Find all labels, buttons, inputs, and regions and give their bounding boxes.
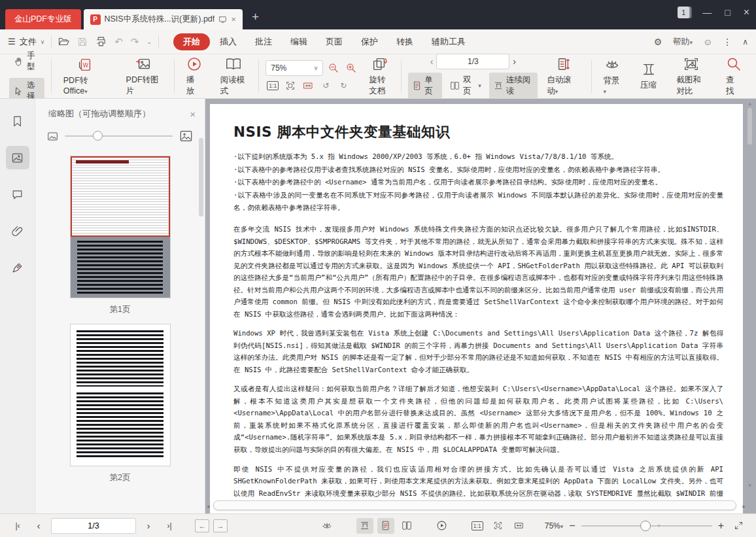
tab-edit[interactable]: 编辑 xyxy=(282,33,316,50)
open-file-button[interactable] xyxy=(58,36,69,47)
maximize-button[interactable]: □ xyxy=(725,7,730,18)
feedback-smiley-icon[interactable]: ☺ xyxy=(703,37,712,47)
tab-annotate[interactable]: 批注 xyxy=(247,33,281,50)
next-page-button[interactable]: › xyxy=(513,56,516,67)
prev-page-button[interactable]: ‹ xyxy=(430,56,434,67)
scroll-right-icon[interactable]: ▸ xyxy=(742,503,746,510)
zoom-out-button[interactable]: − xyxy=(569,520,575,532)
zoom-out-button[interactable] xyxy=(326,61,341,75)
tab-convert[interactable]: 转换 xyxy=(388,33,422,50)
single-page-icon xyxy=(413,81,421,90)
tab-insert[interactable]: 插入 xyxy=(211,33,245,50)
pdf-page[interactable]: NSIS 脚本中文件夹变量基础知识 ·以下提到的系统版本为 5.x 指 Wind… xyxy=(210,104,743,513)
play-button[interactable]: 播放 xyxy=(181,55,207,98)
panel-close-icon[interactable]: × xyxy=(190,109,196,120)
page-number-input[interactable] xyxy=(436,54,509,69)
more-options-icon[interactable]: ⋮ xyxy=(723,37,732,47)
collapse-ribbon-icon[interactable]: ∧ xyxy=(742,37,748,46)
page-thumbnail-2[interactable] xyxy=(71,324,170,466)
print-button[interactable] xyxy=(95,36,107,47)
brand-tab[interactable]: 金山PDF专业版 xyxy=(5,9,81,29)
vertical-scrollbar[interactable]: ▴ ▾ xyxy=(746,100,754,489)
fit-page-button[interactable] xyxy=(490,518,507,534)
thumbnails-panel-button[interactable] xyxy=(6,146,29,169)
page-number-input[interactable] xyxy=(51,518,136,534)
eye-icon xyxy=(604,57,621,73)
cast-window-icon[interactable] xyxy=(218,15,227,24)
tab-home[interactable]: 开始 xyxy=(173,33,210,50)
single-page-mode-button[interactable]: 单页 xyxy=(408,73,442,99)
signature-panel-button[interactable] xyxy=(6,256,29,279)
tab-protect[interactable]: 保护 xyxy=(352,33,387,50)
title-bar: 金山PDF专业版 P NSIS中系统特殊...识(更新).pdf × + 1 —… xyxy=(0,0,756,29)
first-page-button[interactable]: |‹ xyxy=(9,518,26,534)
read-mode-button[interactable]: 阅读模式 xyxy=(215,55,252,98)
pdf-to-office-button[interactable]: W PDF转Office▾ xyxy=(58,56,112,97)
background-eye-button[interactable] xyxy=(318,518,335,534)
tab-tools[interactable]: 辅助工具 xyxy=(423,33,474,50)
zoom-slider[interactable]: + xyxy=(581,525,712,527)
window-count-badge[interactable]: 1 xyxy=(678,7,689,18)
file-menu[interactable]: ☰ 文件 ∨ xyxy=(8,36,44,48)
slider-thumb[interactable] xyxy=(93,131,103,141)
double-page-label: 双页 xyxy=(463,75,475,97)
zoom-slider-thumb[interactable] xyxy=(640,521,651,531)
horizontal-scrollbar[interactable] xyxy=(213,500,736,510)
document-viewer[interactable]: NSIS 脚本中文件夹变量基础知识 ·以下提到的系统版本为 5.x 指 Wind… xyxy=(205,99,756,513)
actual-size-button[interactable]: 1:1 xyxy=(469,518,486,534)
bookmarks-panel-button[interactable] xyxy=(6,109,29,133)
pdf-to-image-button[interactable]: PDF转图片 xyxy=(121,55,167,98)
screenshot-compare-button[interactable]: 截图和对比 xyxy=(672,55,712,98)
continuous-mode-button[interactable]: 连续阅读 xyxy=(489,73,538,99)
fullscreen-button[interactable] xyxy=(730,518,747,534)
double-page-mode-button[interactable] xyxy=(398,518,415,534)
redo-button[interactable]: ↷ xyxy=(131,36,139,48)
close-button[interactable]: × xyxy=(744,7,749,18)
settings-gear-icon[interactable]: ⚙ xyxy=(654,37,662,47)
zoom-in-button[interactable]: + xyxy=(718,520,724,532)
scroll-down-icon[interactable]: ▾ xyxy=(746,482,754,489)
continuous-mode-button[interactable] xyxy=(356,518,373,534)
attachments-panel-button[interactable] xyxy=(6,219,29,243)
zoom-level-dropdown[interactable]: 75%▾ xyxy=(545,521,564,530)
actual-size-button[interactable]: 1:1 xyxy=(266,79,280,92)
auto-scroll-button[interactable]: 自动滚动▾ xyxy=(541,55,584,98)
quickbar-dropdown-icon[interactable]: ⌄ xyxy=(146,39,152,45)
zoom-in-button[interactable] xyxy=(344,61,358,75)
comments-panel-button[interactable] xyxy=(6,182,29,206)
tab-close-icon[interactable]: × xyxy=(231,14,236,24)
rotate-left-button[interactable]: ↺ xyxy=(318,79,333,92)
help-menu[interactable]: 帮助▾ xyxy=(672,36,693,48)
fit-width-button[interactable] xyxy=(301,79,315,92)
background-button[interactable]: 背景▾ xyxy=(598,56,626,97)
tab-page[interactable]: 页面 xyxy=(317,33,351,50)
view-forward-button[interactable]: → xyxy=(213,519,228,532)
rotate-right-button[interactable]: ↻ xyxy=(336,79,351,92)
compress-button[interactable]: 压缩 xyxy=(635,60,662,92)
undo-button[interactable]: ↶ xyxy=(114,36,123,48)
fit-page-button[interactable] xyxy=(283,79,298,92)
double-page-mode-button[interactable]: 双页 ▾ xyxy=(445,73,486,99)
next-page-button[interactable]: › xyxy=(140,518,157,534)
new-tab-button[interactable]: + xyxy=(252,10,259,24)
scrollbar-thumb[interactable] xyxy=(747,108,752,145)
fit-width-button[interactable] xyxy=(511,518,528,534)
prev-page-button[interactable]: ‹ xyxy=(30,518,47,534)
rotate-document-button[interactable]: 旋转文档 xyxy=(364,55,394,98)
document-tab[interactable]: P NSIS中系统特殊...识(更新).pdf × xyxy=(84,9,243,29)
play-button[interactable] xyxy=(434,518,451,534)
panel-scrollbar[interactable] xyxy=(199,138,203,217)
view-back-button[interactable]: ← xyxy=(195,519,209,532)
scroll-left-icon[interactable]: ◂ xyxy=(207,503,210,510)
zoom-level-dropdown[interactable]: 75% ∨ xyxy=(266,60,323,76)
hand-tool-button[interactable]: 手型 xyxy=(9,48,44,75)
save-button[interactable] xyxy=(77,37,88,47)
single-page-mode-button[interactable] xyxy=(377,518,394,534)
find-button[interactable]: 查找 xyxy=(721,55,747,98)
thumbnail-size-slider[interactable] xyxy=(65,135,173,137)
last-page-button[interactable]: ›| xyxy=(161,518,178,534)
minimize-button[interactable]: — xyxy=(702,7,712,18)
page-thumbnail-1[interactable] xyxy=(71,156,170,298)
viewport-indicator[interactable] xyxy=(71,156,170,237)
scroll-up-icon[interactable]: ▴ xyxy=(746,100,754,107)
